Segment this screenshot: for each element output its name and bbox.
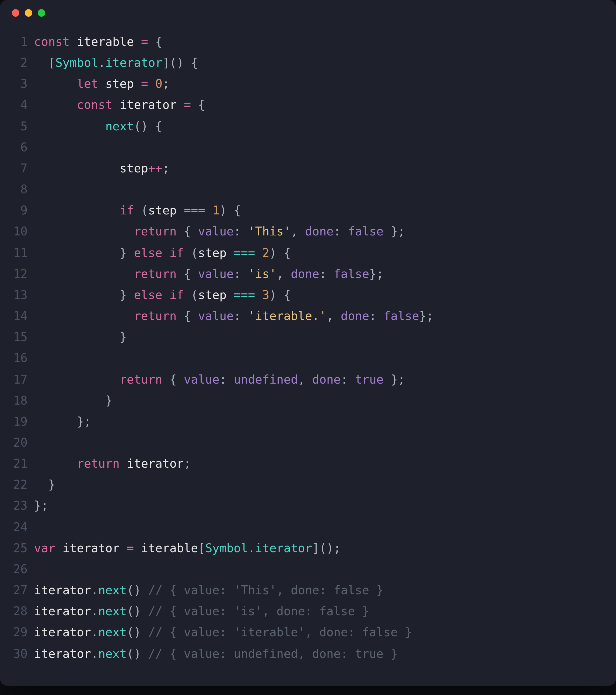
token-p: . — [98, 56, 106, 69]
code-line[interactable]: 16 — [12, 348, 604, 369]
token-p: ( — [184, 288, 198, 302]
token-p: : — [234, 309, 248, 323]
token-p — [34, 204, 120, 217]
zoom-icon[interactable] — [38, 9, 45, 17]
code-line[interactable]: 18 } — [12, 390, 604, 411]
code-content: next() { — [34, 116, 162, 137]
code-line[interactable]: 7 step++; — [12, 158, 604, 179]
token-prop: value — [198, 225, 234, 238]
token-k: return — [134, 309, 177, 323]
token-p: } — [34, 288, 134, 302]
code-window: 1const iterable = {2 [Symbol.iterator]()… — [0, 0, 616, 685]
token-id: iterator — [34, 626, 91, 639]
code-content: return { value: 'This', done: false }; — [34, 221, 405, 242]
code-content: let step = 0; — [34, 73, 169, 95]
code-line[interactable]: 12 return { value: 'is', done: false}; — [12, 263, 604, 284]
token-cm: // { value: 'This', done: false } — [148, 583, 383, 597]
code-editor[interactable]: 1const iterable = {2 [Symbol.iterator]()… — [0, 26, 616, 685]
token-k: if — [120, 204, 134, 217]
code-content: return { value: undefined, done: true }; — [34, 369, 405, 390]
token-p: , — [277, 267, 291, 281]
token-prop: done — [340, 309, 369, 323]
line-number: 20 — [12, 432, 34, 453]
token-p: . — [91, 647, 98, 660]
token-id: step — [120, 162, 148, 175]
token-p — [255, 288, 263, 302]
token-kw2: false — [334, 267, 369, 281]
minimize-icon[interactable] — [25, 9, 32, 17]
token-kw2: false — [348, 225, 383, 238]
line-number: 3 — [12, 73, 34, 95]
token-p: { — [148, 35, 162, 49]
line-number: 9 — [12, 200, 34, 221]
token-id: step — [148, 204, 177, 217]
code-line[interactable]: 8 — [12, 179, 604, 200]
code-line[interactable]: 28iterator.next() // { value: 'is', done… — [12, 601, 604, 622]
token-id: step — [198, 246, 227, 259]
close-icon[interactable] — [12, 9, 19, 17]
token-p: () — [127, 583, 148, 597]
line-number: 25 — [12, 538, 34, 559]
token-p: }; — [369, 267, 383, 281]
token-p — [34, 373, 120, 386]
token-p: () — [127, 605, 148, 618]
code-line[interactable]: 13 } else if (step === 3) { — [12, 285, 604, 305]
code-line[interactable]: 19 }; — [12, 411, 604, 432]
code-line[interactable]: 14 return { value: 'iterable.', done: fa… — [12, 305, 604, 326]
line-number: 16 — [12, 348, 34, 369]
code-line[interactable]: 15 } — [12, 326, 604, 348]
token-k: return — [120, 373, 162, 386]
code-line[interactable]: 21 return iterator; — [12, 453, 604, 474]
token-p — [134, 77, 141, 91]
token-p — [34, 119, 105, 133]
token-p: } — [34, 330, 126, 344]
token-p — [177, 204, 184, 217]
token-p — [34, 267, 134, 281]
code-line[interactable]: 2 [Symbol.iterator]() { — [12, 52, 604, 73]
token-kw2: undefined — [234, 373, 298, 386]
code-line[interactable]: 17 return { value: undefined, done: true… — [12, 369, 604, 390]
code-line[interactable]: 10 return { value: 'This', done: false }… — [12, 221, 604, 242]
code-line[interactable]: 23}; — [12, 495, 604, 516]
token-op: === — [234, 246, 255, 259]
line-number: 7 — [12, 158, 34, 179]
code-line[interactable]: 22 } — [12, 474, 604, 495]
code-line[interactable]: 27iterator.next() // { value: 'This', do… — [12, 580, 604, 601]
code-line[interactable]: 11 } else if (step === 2) { — [12, 242, 604, 263]
code-line[interactable]: 24 — [12, 516, 604, 538]
code-line[interactable]: 6 — [12, 137, 604, 158]
token-p: ) { — [269, 288, 291, 302]
code-line[interactable]: 3 let step = 0; — [12, 73, 604, 95]
token-p: ) { — [219, 204, 241, 217]
token-p — [34, 457, 77, 470]
code-line[interactable]: 4 const iterator = { — [12, 95, 604, 116]
token-p — [55, 541, 63, 555]
token-p: }; — [34, 415, 91, 428]
token-prop: done — [312, 373, 341, 386]
token-fn: iterator — [255, 541, 312, 555]
token-prop: value — [184, 373, 219, 386]
token-n: 2 — [262, 246, 269, 259]
token-id: iterator — [120, 98, 177, 112]
code-line[interactable]: 1const iterable = { — [12, 31, 604, 52]
code-line[interactable]: 29iterator.next() // { value: 'iterable'… — [12, 622, 604, 643]
token-fn: next — [98, 583, 127, 597]
token-id: iterator — [63, 541, 120, 555]
code-line[interactable]: 20 — [12, 432, 604, 453]
code-line[interactable]: 25var iterator = iterable[Symbol.iterato… — [12, 538, 604, 559]
token-k: const — [34, 35, 69, 49]
token-k: return — [77, 457, 120, 470]
code-content: }; — [34, 411, 91, 432]
token-p: : — [319, 267, 334, 281]
line-number: 21 — [12, 453, 34, 474]
token-p: , — [291, 225, 305, 238]
token-fn: next — [98, 605, 127, 618]
line-number: 26 — [12, 559, 34, 580]
token-prop: value — [198, 309, 234, 323]
code-line[interactable]: 30iterator.next() // { value: undefined,… — [12, 643, 604, 664]
code-line[interactable]: 9 if (step === 1) { — [12, 200, 604, 221]
token-p — [34, 98, 77, 112]
code-line[interactable]: 5 next() { — [12, 116, 604, 137]
token-p — [162, 246, 170, 259]
code-line[interactable]: 26 — [12, 559, 604, 580]
